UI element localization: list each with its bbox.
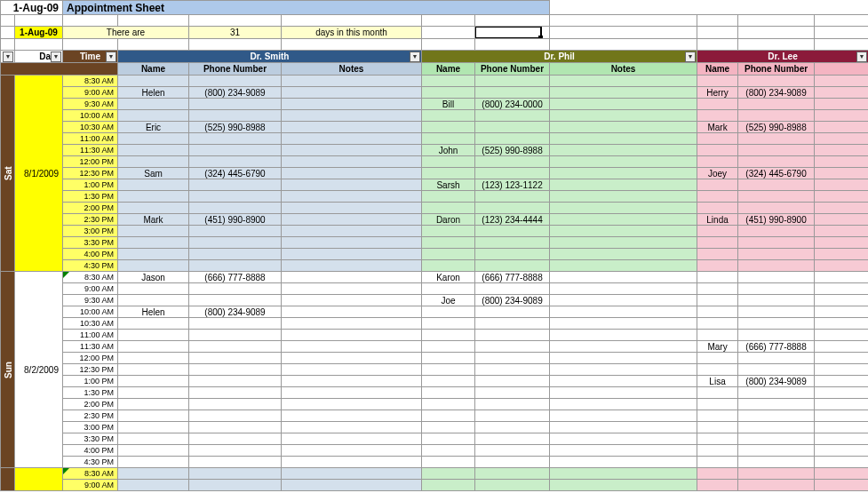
appt-phone[interactable] (189, 387, 282, 399)
appt-name[interactable] (118, 341, 189, 353)
appt-phone[interactable] (475, 399, 550, 410)
appt-notes[interactable] (282, 318, 422, 330)
appt-notes[interactable] (550, 318, 697, 330)
appt-phone[interactable] (475, 387, 550, 399)
appt-name[interactable] (118, 330, 189, 341)
appt-name[interactable] (422, 168, 475, 179)
appt-name[interactable] (422, 133, 475, 145)
appt-name[interactable] (422, 445, 475, 457)
appt-extra[interactable] (815, 226, 868, 237)
appt-notes[interactable] (550, 306, 697, 318)
appt-notes[interactable] (282, 179, 422, 191)
appt-phone[interactable] (738, 445, 815, 457)
appt-phone[interactable]: (800) 234-9089 (475, 295, 550, 306)
appt-cell[interactable] (422, 468, 475, 480)
appt-phone[interactable] (475, 203, 550, 214)
appt-name[interactable] (118, 110, 189, 122)
appt-cell[interactable] (550, 480, 697, 491)
appt-name[interactable] (422, 410, 475, 422)
appt-name[interactable] (118, 295, 189, 306)
appt-extra[interactable] (815, 445, 868, 457)
appt-cell[interactable] (282, 468, 422, 480)
appt-extra[interactable] (815, 399, 868, 410)
appt-notes[interactable] (550, 330, 697, 341)
appt-phone[interactable] (475, 133, 550, 145)
appt-notes[interactable] (550, 283, 697, 295)
appt-notes[interactable] (282, 387, 422, 399)
appt-phone[interactable] (475, 353, 550, 364)
appt-notes[interactable] (282, 226, 422, 237)
appt-phone[interactable]: (123) 123-1122 (475, 179, 550, 191)
appt-phone[interactable]: (800) 234-0000 (475, 99, 550, 110)
appt-name[interactable] (422, 283, 475, 295)
appt-phone[interactable] (738, 76, 815, 87)
appt-cell[interactable] (189, 468, 282, 480)
appt-phone[interactable] (475, 364, 550, 376)
filter-time[interactable]: Time▼ (63, 51, 118, 63)
appt-extra[interactable] (815, 341, 868, 353)
appt-phone[interactable] (738, 249, 815, 260)
appt-name[interactable]: Daron (422, 214, 475, 226)
appt-name[interactable] (118, 203, 189, 214)
appt-name[interactable] (422, 156, 475, 168)
appt-name[interactable] (118, 399, 189, 410)
appt-phone[interactable] (189, 295, 282, 306)
appt-name[interactable] (422, 387, 475, 399)
appt-phone[interactable] (738, 133, 815, 145)
appt-phone[interactable] (738, 318, 815, 330)
appt-notes[interactable] (550, 272, 697, 283)
appt-phone[interactable] (738, 226, 815, 237)
appt-phone[interactable] (738, 330, 815, 341)
appt-extra[interactable] (815, 122, 868, 133)
appt-extra[interactable] (815, 87, 868, 99)
appt-extra[interactable] (815, 99, 868, 110)
appt-extra[interactable] (815, 422, 868, 433)
appt-phone[interactable] (475, 283, 550, 295)
appt-notes[interactable] (550, 214, 697, 226)
appt-name[interactable] (118, 99, 189, 110)
appt-notes[interactable] (550, 249, 697, 260)
appt-name[interactable] (422, 306, 475, 318)
appt-notes[interactable] (282, 364, 422, 376)
appt-cell[interactable] (475, 480, 550, 491)
appt-extra[interactable] (815, 353, 868, 364)
appt-phone[interactable] (189, 318, 282, 330)
appt-name[interactable] (118, 145, 189, 156)
appt-phone[interactable] (189, 237, 282, 249)
appt-notes[interactable] (282, 433, 422, 445)
appt-notes[interactable] (550, 364, 697, 376)
appt-name[interactable]: Helen (118, 87, 189, 99)
appt-name[interactable] (422, 364, 475, 376)
appt-phone[interactable] (738, 145, 815, 156)
appointment-sheet[interactable]: 1-Aug-09 Appointment Sheet 1-Aug-09 Ther… (0, 0, 868, 491)
appt-extra[interactable] (815, 272, 868, 283)
chevron-down-icon[interactable]: ▼ (3, 52, 13, 62)
appt-cell[interactable] (550, 468, 697, 480)
appt-notes[interactable] (282, 422, 422, 433)
appt-phone[interactable]: (451) 990-8900 (189, 214, 282, 226)
appt-phone[interactable] (189, 110, 282, 122)
appt-notes[interactable] (550, 156, 697, 168)
appt-notes[interactable] (282, 99, 422, 110)
appt-cell[interactable] (815, 480, 868, 491)
appt-phone[interactable] (189, 133, 282, 145)
appt-extra[interactable] (815, 433, 868, 445)
appt-phone[interactable]: (666) 777-8888 (189, 272, 282, 283)
appt-phone[interactable] (189, 99, 282, 110)
appt-phone[interactable]: (123) 234-4444 (475, 214, 550, 226)
appt-name[interactable]: Bill (422, 99, 475, 110)
appt-phone[interactable]: (324) 445-6790 (189, 168, 282, 179)
appt-phone[interactable] (189, 191, 282, 203)
appt-phone[interactable] (738, 283, 815, 295)
appt-cell[interactable] (189, 480, 282, 491)
appt-name[interactable] (422, 203, 475, 214)
appt-phone[interactable] (475, 341, 550, 353)
appt-notes[interactable] (282, 214, 422, 226)
appt-phone[interactable]: (800) 234-9089 (738, 376, 815, 387)
appt-phone[interactable]: (324) 445-6790 (738, 168, 815, 179)
appt-name[interactable] (118, 376, 189, 387)
appt-phone[interactable] (189, 156, 282, 168)
appt-extra[interactable] (815, 318, 868, 330)
appt-phone[interactable] (475, 457, 550, 468)
appt-name[interactable]: Herry (697, 87, 738, 99)
